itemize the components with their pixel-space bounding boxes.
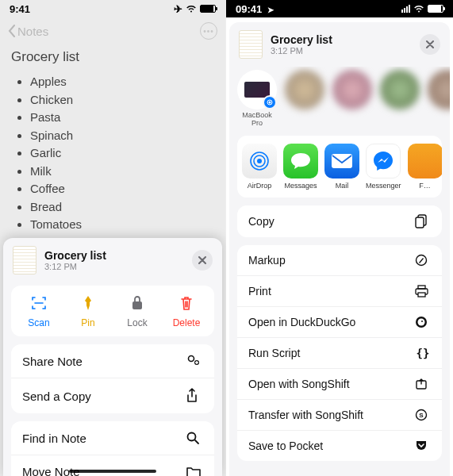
list-item: Apples [30,73,214,91]
open-songshift-button[interactable]: Open with SongShift [237,368,442,399]
notes-navbar: Notes ••• [0,17,225,44]
airdrop-target-macbook[interactable]: MacBook Pro [237,70,277,128]
app-messenger[interactable]: Messenger [366,144,401,190]
airdrop-target-blurred[interactable] [428,70,450,128]
phone-right-share-sheet: 09:41 ➤ Grocery list 3:12 PM [226,0,453,476]
action-group-note: Find in Note Move Note Lines & Grids [11,421,214,476]
chevron-left-icon [8,25,16,37]
svg-point-18 [418,318,425,325]
svg-point-7 [257,159,262,163]
pocket-icon [415,440,431,451]
action-label: Transfer with SongShift [248,409,363,421]
app-label: F… [419,182,431,190]
battery-icon [200,5,216,13]
home-indicator[interactable] [69,470,156,473]
grocery-list: Apples Chicken Pasta Spinach Garlic Milk… [11,73,214,251]
app-label: Messages [284,182,317,190]
svg-rect-0 [132,301,142,309]
share-note-label: Share Note [22,355,83,368]
share-sheet: Grocery list 3:12 PM Scan Pin Lock [3,238,222,476]
app-messages[interactable]: Messages [283,144,318,190]
action-label: Print [248,285,271,298]
airdrop-target-blurred[interactable] [285,70,324,128]
open-in-icon [415,378,431,390]
app-label: Mail [336,182,349,190]
action-label: Run Script [248,347,300,359]
sheet-subtitle: 3:12 PM [44,262,106,271]
svg-point-1 [189,356,194,362]
svg-point-3 [188,433,196,441]
app-mail[interactable]: Mail [324,144,359,190]
open-duckduckgo-button[interactable]: Open in DuckDuckGo [237,306,442,337]
copy-group: Copy [237,205,442,237]
copy-button[interactable]: Copy [237,205,442,237]
airdrop-target-blurred[interactable] [380,70,420,128]
airdrop-target-label: MacBook Pro [242,112,272,128]
copy-label: Copy [248,215,274,228]
lock-button[interactable]: Lock [113,294,162,328]
scan-icon [29,294,48,313]
pin-label: Pin [81,317,94,328]
scan-button[interactable]: Scan [14,294,63,328]
run-script-button[interactable]: Run Script {} [237,337,442,368]
find-label: Find in Note [22,432,86,445]
action-label: Open in DuckDuckGo [248,316,355,328]
save-pocket-button[interactable]: Save to Pocket [237,430,442,461]
messenger-icon [366,144,401,178]
share-icon [186,388,203,404]
cellular-icon [401,5,410,13]
share-sheet: Grocery list 3:12 PM MacBook Pro [229,22,450,476]
close-button[interactable] [192,250,213,271]
lock-label: Lock [127,317,147,328]
markup-button[interactable]: Markup [237,245,442,275]
list-item: Milk [30,163,214,181]
sheet-header: Grocery list 3:12 PM [229,22,450,67]
back-button[interactable]: Notes [8,25,48,38]
print-button[interactable]: Print [237,275,442,306]
pin-icon [79,294,98,313]
list-item: Coffee [30,180,214,198]
transfer-songshift-button[interactable]: Transfer with SongShift S [237,399,442,430]
close-icon [198,256,206,264]
scan-label: Scan [28,317,49,328]
action-label: Markup [248,254,286,267]
close-button[interactable] [420,34,440,55]
list-item: Spinach [30,127,214,145]
airdrop-icon [242,144,277,178]
close-icon [426,40,434,48]
airdrop-target-blurred[interactable] [332,70,372,128]
copy-icon [415,214,431,228]
more-button[interactable]: ••• [200,22,217,40]
sheet-title: Grocery list [44,249,106,262]
sheet-subtitle: 3:12 PM [271,46,332,56]
pin-button[interactable]: Pin [63,294,113,328]
action-label: Open with SongShift [248,378,350,390]
app-partial-icon [408,144,442,178]
delete-label: Delete [173,317,201,328]
status-bar: 9:41 ✈ [0,0,225,17]
mail-icon [324,144,359,178]
airplane-icon: ✈ [174,3,182,15]
send-copy-button[interactable]: Send a Copy [11,378,214,413]
airdrop-targets-row[interactable]: MacBook Pro [229,67,450,136]
find-in-note-button[interactable]: Find in Note [11,421,214,455]
delete-button[interactable]: Delete [162,294,211,328]
trash-icon [177,294,196,313]
lock-icon [128,294,147,313]
sheet-title: Grocery list [271,33,332,46]
svg-point-5 [269,102,271,104]
folder-icon [186,466,203,477]
svg-rect-10 [332,154,352,168]
send-copy-label: Send a Copy [22,390,91,403]
svg-point-19 [421,321,423,322]
duckduckgo-icon [415,316,431,328]
app-airdrop[interactable]: AirDrop [242,144,277,190]
status-time: 09:41 [236,3,262,15]
app-partial[interactable]: F… [408,144,442,190]
share-note-button[interactable]: Share Note [11,344,214,378]
svg-rect-16 [418,293,425,297]
app-label: AirDrop [248,182,272,190]
quick-actions: Scan Pin Lock Delete [11,286,214,336]
share-apps-row[interactable]: AirDrop Messages Mail Messenger F… [237,136,442,198]
braces-icon: {} [415,347,431,359]
